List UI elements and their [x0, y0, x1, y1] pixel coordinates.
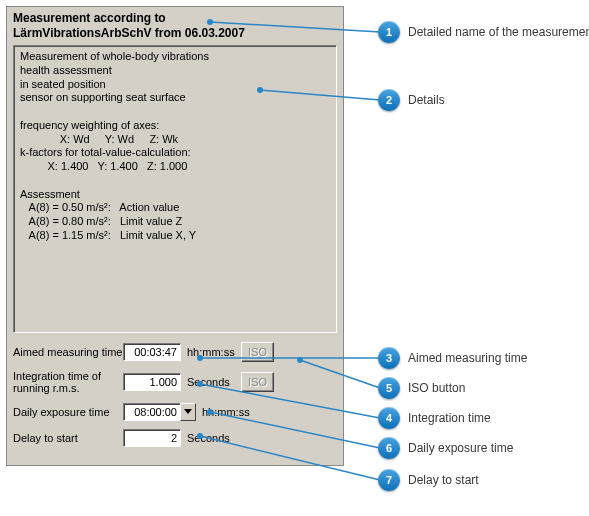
- details-textbox: Measurement of whole-body vibrations hea…: [13, 45, 337, 333]
- form-area: Aimed measuring time hh:mm:ss ISO Integr…: [7, 339, 343, 449]
- callout-1: 1 Detailed name of the measurement mode: [378, 21, 589, 43]
- delay-input[interactable]: [123, 429, 181, 447]
- callout-text: Details: [408, 93, 445, 107]
- callout-badge: 4: [378, 407, 400, 429]
- callout-badge: 6: [378, 437, 400, 459]
- delay-label: Delay to start: [13, 432, 123, 444]
- chevron-down-icon[interactable]: [180, 403, 196, 421]
- delay-unit: Seconds: [187, 432, 241, 444]
- aimed-time-unit: hh:mm:ss: [187, 346, 241, 358]
- callout-badge: 7: [378, 469, 400, 491]
- exposure-unit: hh:mm:ss: [202, 406, 256, 418]
- callout-text: ISO button: [408, 381, 465, 395]
- integration-input[interactable]: [123, 373, 181, 391]
- callout-7: 7 Delay to start: [378, 469, 479, 491]
- svg-marker-0: [184, 409, 192, 414]
- integration-label: Integration time of running r.m.s.: [13, 370, 123, 394]
- callout-5: 5 ISO button: [378, 377, 465, 399]
- callout-badge: 3: [378, 347, 400, 369]
- exposure-input[interactable]: [123, 403, 181, 421]
- callout-6: 6 Daily exposure time: [378, 437, 513, 459]
- callout-badge: 1: [378, 21, 400, 43]
- row-delay: Delay to start Seconds: [13, 427, 337, 449]
- panel-title: Measurement according to LärmVibrationsA…: [7, 7, 343, 43]
- integration-unit: Seconds: [187, 376, 241, 388]
- callout-text: Delay to start: [408, 473, 479, 487]
- aimed-time-input[interactable]: [123, 343, 181, 361]
- callout-text: Aimed measuring time: [408, 351, 527, 365]
- callout-text: Detailed name of the measurement mode: [408, 25, 589, 39]
- callout-text: Daily exposure time: [408, 441, 513, 455]
- aimed-time-label: Aimed measuring time: [13, 346, 123, 358]
- callout-badge: 5: [378, 377, 400, 399]
- integration-iso-button[interactable]: ISO: [241, 372, 274, 392]
- row-integration-time: Integration time of running r.m.s. Secon…: [13, 367, 337, 397]
- row-aimed-time: Aimed measuring time hh:mm:ss ISO: [13, 341, 337, 363]
- exposure-combo[interactable]: [123, 403, 196, 421]
- callout-2: 2 Details: [378, 89, 445, 111]
- callout-badge: 2: [378, 89, 400, 111]
- row-daily-exposure: Daily exposure time hh:mm:ss: [13, 401, 337, 423]
- callout-3: 3 Aimed measuring time: [378, 347, 527, 369]
- title-line-1: Measurement according to: [13, 11, 166, 25]
- exposure-label: Daily exposure time: [13, 406, 123, 418]
- callout-4: 4 Integration time: [378, 407, 491, 429]
- measurement-panel: Measurement according to LärmVibrationsA…: [6, 6, 344, 466]
- title-line-2: LärmVibrationsArbSchV from 06.03.2007: [13, 26, 245, 40]
- callout-text: Integration time: [408, 411, 491, 425]
- aimed-iso-button[interactable]: ISO: [241, 342, 274, 362]
